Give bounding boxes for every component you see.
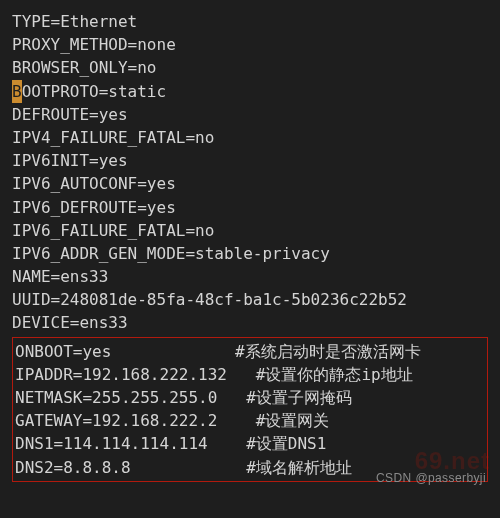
config-line: NAME=ens33 xyxy=(12,265,488,288)
config-kv: ONBOOT=yes xyxy=(15,340,235,363)
config-comment: #设置子网掩码 xyxy=(246,386,352,409)
config-comment: #域名解析地址 xyxy=(246,456,352,479)
boxed-config-line: IPADDR=192.168.222.132 #设置你的静态ip地址 xyxy=(15,363,483,386)
config-line: BOOTPROTO=static xyxy=(12,80,488,103)
config-line: IPV6_ADDR_GEN_MODE=stable-privacy xyxy=(12,242,488,265)
config-line: DEVICE=ens33 xyxy=(12,311,488,334)
boxed-config-line: NETMASK=255.255.255.0 #设置子网掩码 xyxy=(15,386,483,409)
config-comment: #设置网关 xyxy=(256,409,330,432)
config-line: IPV6INIT=yes xyxy=(12,149,488,172)
editor-cursor: B xyxy=(12,80,22,103)
config-kv: NETMASK=255.255.255.0 xyxy=(15,386,246,409)
config-line: DEFROUTE=yes xyxy=(12,103,488,126)
config-line: BROWSER_ONLY=no xyxy=(12,56,488,79)
boxed-config-line: GATEWAY=192.168.222.2 #设置网关 xyxy=(15,409,483,432)
config-kv: GATEWAY=192.168.222.2 xyxy=(15,409,256,432)
config-line: PROXY_METHOD=none xyxy=(12,33,488,56)
config-line: IPV6_AUTOCONF=yes xyxy=(12,172,488,195)
boxed-config-line: DNS1=114.114.114.114 #设置DNS1 xyxy=(15,432,483,455)
config-line: IPV6_FAILURE_FATAL=no xyxy=(12,219,488,242)
config-line: IPV4_FAILURE_FATAL=no xyxy=(12,126,488,149)
config-kv: DNS1=114.114.114.114 xyxy=(15,432,246,455)
csdn-footer: CSDN @passerbyji xyxy=(376,470,486,487)
config-comment: #设置你的静态ip地址 xyxy=(256,363,413,386)
config-kv: IPADDR=192.168.222.132 xyxy=(15,363,256,386)
config-text: OOTPROTO=static xyxy=(22,82,167,101)
config-line: TYPE=Ethernet xyxy=(12,10,488,33)
config-line: IPV6_DEFROUTE=yes xyxy=(12,196,488,219)
config-comment: #设置DNS1 xyxy=(246,432,326,455)
config-line: UUID=248081de-85fa-48cf-ba1c-5b0236c22b5… xyxy=(12,288,488,311)
boxed-config-line: ONBOOT=yes #系统启动时是否激活网卡 xyxy=(15,340,483,363)
config-comment: #系统启动时是否激活网卡 xyxy=(235,340,421,363)
config-kv: DNS2=8.8.8.8 xyxy=(15,456,246,479)
